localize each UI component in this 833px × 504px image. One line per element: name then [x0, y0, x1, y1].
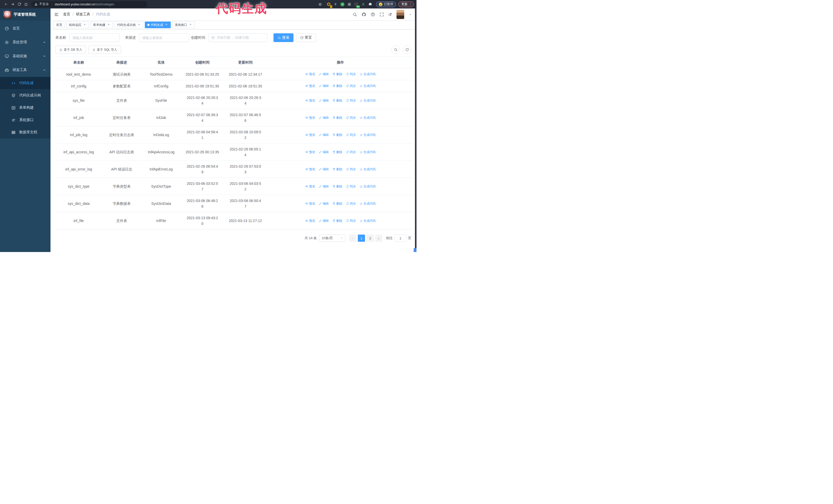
sidebar-item-form-builder[interactable]: 表单构建	[0, 101, 50, 114]
sidebar-toggle-button[interactable]	[54, 12, 59, 17]
extension-android[interactable]	[360, 2, 366, 7]
search-button[interactable]: 搜索	[273, 33, 293, 42]
sidebar-item-codegen-example[interactable]: 代码生成示例	[0, 89, 50, 101]
bookmark-button[interactable]	[317, 1, 324, 8]
browser-reload-button[interactable]	[16, 1, 23, 8]
action-generate[interactable]: 生成代码	[360, 218, 376, 223]
action-generate[interactable]: 生成代码	[360, 184, 376, 189]
refresh-list-button[interactable]	[403, 45, 411, 54]
action-delete[interactable]: 删除	[332, 83, 342, 89]
action-sync[interactable]: 同步	[346, 184, 356, 189]
tab-form-builder[interactable]: 表单构建×	[91, 22, 113, 28]
action-edit[interactable]: 编辑	[319, 98, 329, 103]
action-sync[interactable]: 同步	[346, 71, 356, 77]
action-preview[interactable]: 预览	[305, 83, 315, 89]
prev-page-button[interactable]: ‹	[349, 235, 356, 242]
reset-button[interactable]: 重置	[296, 33, 316, 42]
extension-green-check[interactable]	[340, 2, 345, 7]
action-preview[interactable]: 预览	[305, 184, 315, 189]
profile-paused-chip[interactable]: 已暂停	[376, 2, 396, 7]
extension-grid[interactable]	[347, 2, 352, 7]
action-preview[interactable]: 预览	[305, 132, 315, 138]
action-delete[interactable]: 删除	[332, 166, 342, 172]
action-generate[interactable]: 生成代码	[360, 98, 376, 103]
action-generate[interactable]: 生成代码	[360, 71, 376, 77]
next-page-button[interactable]: ›	[375, 235, 382, 242]
action-sync[interactable]: 同步	[346, 149, 356, 155]
tab-system-api[interactable]: 系统接口×	[172, 22, 195, 28]
action-preview[interactable]: 预览	[305, 166, 315, 172]
address-bar[interactable]: 不安全 dashboard.yudao.iocoder.cn/tool/code…	[31, 1, 147, 7]
action-preview[interactable]: 预览	[305, 201, 315, 207]
close-icon[interactable]: ×	[83, 23, 86, 27]
action-edit[interactable]: 编辑	[319, 166, 329, 172]
action-delete[interactable]: 删除	[332, 201, 342, 207]
action-sync[interactable]: 同步	[346, 166, 356, 172]
action-sync[interactable]: 同步	[346, 83, 356, 89]
github-icon[interactable]	[362, 12, 366, 17]
action-preview[interactable]: 预览	[305, 115, 315, 120]
browser-update-button[interactable]: 更新	[398, 2, 414, 7]
action-edit[interactable]: 编辑	[319, 83, 329, 89]
action-sync[interactable]: 同步	[346, 115, 356, 120]
action-delete[interactable]: 删除	[332, 115, 342, 120]
action-delete[interactable]: 删除	[332, 184, 342, 189]
tab-trace[interactable]: 链路追踪×	[66, 22, 89, 28]
sidebar-item-dev-tools[interactable]: 研发工具	[0, 63, 50, 77]
extension-dark[interactable]: on	[353, 2, 359, 7]
close-icon[interactable]: ×	[165, 23, 168, 27]
breadcrumb-item[interactable]: 研发工具	[76, 12, 90, 17]
action-generate[interactable]: 生成代码	[360, 132, 376, 138]
sidebar-item-system-api[interactable]: 系统接口	[0, 114, 50, 126]
action-sync[interactable]: 同步	[346, 218, 356, 223]
sidebar-item-db-doc[interactable]: 数据库文档	[0, 126, 50, 139]
action-preview[interactable]: 预览	[305, 71, 315, 77]
action-generate[interactable]: 生成代码	[360, 83, 376, 89]
action-edit[interactable]: 编辑	[319, 201, 329, 207]
action-delete[interactable]: 删除	[332, 132, 342, 138]
date-range-picker[interactable]: 开始日期 - 结束日期	[208, 33, 267, 42]
action-edit[interactable]: 编辑	[319, 132, 329, 138]
help-icon[interactable]	[371, 12, 375, 17]
action-edit[interactable]: 编辑	[319, 71, 329, 77]
action-sync[interactable]: 同步	[346, 132, 356, 138]
action-generate[interactable]: 生成代码	[360, 166, 376, 172]
tab-home[interactable]: 首页	[53, 22, 65, 28]
action-delete[interactable]: 删除	[332, 71, 342, 77]
import-db-button[interactable]: 基于 DB 导入	[55, 46, 86, 54]
action-preview[interactable]: 预览	[305, 218, 315, 223]
action-delete[interactable]: 删除	[332, 98, 342, 103]
action-sync[interactable]: 同步	[346, 98, 356, 103]
extension-gem[interactable]	[333, 2, 338, 7]
sidebar-item-codegen[interactable]: 代码生成	[0, 77, 50, 89]
sidebar-item-system-manage[interactable]: 系统管理	[0, 35, 50, 49]
close-icon[interactable]: ×	[189, 23, 192, 27]
extension-orange[interactable]: 1	[326, 2, 331, 7]
page-button-2[interactable]: 2	[366, 235, 374, 242]
goto-page-input[interactable]	[395, 235, 406, 242]
action-generate[interactable]: 生成代码	[360, 149, 376, 155]
action-preview[interactable]: 预览	[305, 149, 315, 155]
browser-home-button[interactable]	[23, 1, 29, 8]
browser-back-button[interactable]	[3, 1, 9, 8]
import-sql-button[interactable]: 基于 SQL 导入	[89, 46, 121, 54]
search-icon[interactable]	[353, 12, 357, 17]
action-generate[interactable]: 生成代码	[360, 201, 376, 207]
toggle-search-button[interactable]	[391, 45, 400, 54]
action-edit[interactable]: 编辑	[319, 149, 329, 155]
action-edit[interactable]: 编辑	[319, 184, 329, 189]
caret-down-icon[interactable]	[409, 13, 412, 16]
sidebar-item-home[interactable]: 首页	[0, 22, 50, 35]
window-scrollbar[interactable]	[415, 8, 416, 252]
app-logo-row[interactable]: 芋道管理系统	[0, 8, 50, 21]
action-edit[interactable]: 编辑	[319, 218, 329, 223]
user-avatar[interactable]	[397, 10, 404, 19]
close-icon[interactable]: ×	[107, 23, 111, 27]
action-sync[interactable]: 同步	[346, 201, 356, 207]
page-size-select[interactable]: 10条/页	[319, 235, 346, 242]
page-button-1[interactable]: 1	[358, 235, 365, 242]
action-delete[interactable]: 删除	[332, 218, 342, 223]
fullscreen-icon[interactable]	[380, 12, 384, 17]
sidebar-item-infrastructure[interactable]: 基础设施	[0, 49, 50, 63]
tab-codegen[interactable]: 代码生成×	[145, 22, 171, 28]
